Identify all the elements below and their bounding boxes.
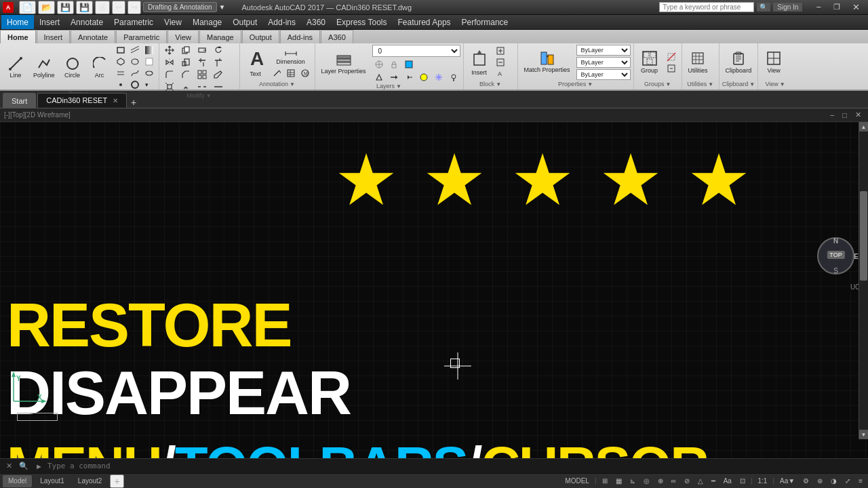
cmd-close-btn[interactable]: ✕ — [4, 461, 14, 471]
scroll-down-btn[interactable]: ▼ — [859, 430, 869, 439]
ribbon-tab-manage[interactable]: Manage — [199, 30, 241, 43]
compass[interactable]: N E S TOP — [817, 237, 858, 278]
group-edit-btn[interactable] — [664, 63, 679, 74]
menu-manage[interactable]: Manage — [187, 15, 227, 29]
draw-region-btn[interactable] — [128, 56, 142, 67]
viewport-minimize[interactable]: − — [827, 110, 837, 120]
tab-cadin360[interactable]: CADin360 RESET ✕ — [37, 93, 127, 108]
tp-btn[interactable]: Aa — [721, 476, 734, 485]
scroll-track[interactable] — [859, 131, 868, 430]
modify-break-btn[interactable] — [195, 81, 210, 92]
qat-save-as[interactable]: 💾 — [76, 1, 93, 14]
modify-array-btn[interactable] — [195, 69, 210, 80]
insert-btn[interactable]: Insert — [467, 45, 492, 80]
qat-save[interactable]: 💾 — [57, 1, 74, 14]
menu-insert[interactable]: Insert — [34, 15, 65, 29]
cmd-arrow-btn[interactable]: ► — [33, 462, 45, 471]
draw-wipeout-btn[interactable] — [142, 56, 156, 67]
menu-express[interactable]: Express Tools — [331, 15, 392, 29]
annotation-dimension-btn[interactable]: Dimension — [270, 47, 312, 67]
menu-performance[interactable]: Performance — [456, 15, 514, 29]
lw-btn[interactable]: ━ — [709, 476, 718, 485]
scale-btn[interactable]: 1:1 — [755, 476, 770, 485]
draw-arc-btn[interactable]: Arc — [87, 50, 113, 85]
draw-spline-btn[interactable] — [128, 68, 142, 79]
ribbon-tab-annotate[interactable]: Annotate — [71, 30, 115, 43]
qat-undo[interactable]: ↩ — [112, 1, 125, 14]
ducs-btn[interactable]: ⊘ — [682, 476, 692, 485]
layer-lock-btn[interactable] — [387, 59, 401, 70]
group-btn[interactable]: Group — [637, 45, 663, 80]
snap-btn[interactable]: ⊞ — [599, 476, 610, 485]
modify-explode-btn[interactable] — [162, 81, 177, 92]
add-tab-btn[interactable]: + — [128, 97, 139, 108]
status-tab-model[interactable]: Model — [3, 475, 32, 487]
menu-output[interactable]: Output — [227, 15, 262, 29]
layer-off-btn[interactable] — [447, 72, 460, 83]
workspace-switcher[interactable]: ⚙ — [800, 476, 812, 485]
viewport-label[interactable]: [-][Top][2D Wireframe] — [4, 111, 71, 119]
title-close[interactable]: ✕ — [847, 1, 865, 13]
layer-properties-btn[interactable]: Layer Properties — [318, 46, 370, 81]
menu-view[interactable]: View — [159, 15, 187, 29]
grid-btn[interactable]: ▦ — [613, 476, 625, 485]
layers-label[interactable]: Layers ▼ — [318, 83, 460, 89]
color-dropdown[interactable]: ByLayer — [576, 45, 631, 56]
draw-point-btn[interactable] — [114, 79, 127, 90]
ribbon-tab-home[interactable]: Home — [0, 30, 36, 43]
dyn-btn[interactable]: △ — [695, 476, 706, 485]
annotation-text-btn[interactable]: A Text — [243, 45, 269, 80]
properties-label[interactable]: Properties ▼ — [521, 80, 631, 88]
linetype-dropdown[interactable]: ByLayer — [576, 57, 631, 68]
polar-btn[interactable]: ◎ — [641, 476, 652, 485]
tab-start[interactable]: Start — [3, 93, 36, 108]
create-block-btn[interactable] — [494, 45, 507, 56]
isolate-btn[interactable]: ◑ — [828, 476, 840, 485]
annotation-label[interactable]: Annotation ▼ — [243, 80, 312, 88]
modify-join-btn[interactable] — [211, 81, 226, 92]
draw-gradient-btn[interactable] — [142, 45, 156, 56]
sel-cycle-btn[interactable]: ⊡ — [737, 476, 748, 485]
fullscreen-btn[interactable]: ⤢ — [842, 476, 853, 485]
lineweight-dropdown[interactable]: ByLayer — [576, 69, 631, 80]
ribbon-tab-view[interactable]: View — [167, 30, 199, 43]
ann-leader-btn[interactable] — [270, 68, 283, 79]
qat-redo[interactable]: ↪ — [127, 1, 141, 14]
ribbon-tab-parametric[interactable]: Parametric — [116, 30, 167, 43]
draw-boundary-btn[interactable] — [114, 56, 127, 67]
status-tab-layout1[interactable]: Layout1 — [35, 475, 70, 487]
match-properties-btn[interactable]: Match Properties — [521, 45, 574, 80]
modify-erase-btn[interactable] — [211, 69, 226, 80]
modify-offset-btn[interactable] — [178, 81, 193, 92]
block-label[interactable]: Block ▼ — [467, 80, 515, 88]
menu-addins[interactable]: Add-ins — [262, 15, 301, 29]
modify-mirror-btn[interactable] — [162, 57, 177, 68]
ribbon-tab-insert[interactable]: Insert — [37, 30, 71, 43]
draw-hatch-btn[interactable] — [128, 45, 142, 56]
scroll-up-btn[interactable]: ▲ — [859, 122, 869, 131]
otrack-btn[interactable]: ∞ — [669, 476, 679, 485]
modify-extend-btn[interactable] — [211, 57, 226, 68]
modify-copy-btn[interactable] — [178, 45, 193, 56]
draw-more-btn[interactable]: ▾ — [142, 79, 156, 90]
title-minimize[interactable]: − — [810, 1, 827, 13]
compass-top-btn[interactable]: TOP — [827, 251, 844, 259]
ribbon-tab-a360[interactable]: A360 — [321, 30, 353, 43]
workspace-selector[interactable]: Drafting & Annotation — [143, 2, 217, 12]
layer-unisolate-btn[interactable] — [417, 72, 431, 83]
layer-freeze2-btn[interactable] — [432, 72, 446, 83]
layer-color-btn[interactable] — [402, 59, 416, 70]
ann-table-btn[interactable] — [284, 68, 298, 79]
ribbon-tab-output[interactable]: Output — [242, 30, 279, 43]
qat-new[interactable]: 📄 — [19, 1, 36, 14]
draw-rect-btn[interactable] — [114, 45, 127, 56]
modify-trim-btn[interactable] — [195, 57, 210, 68]
modify-scale-btn[interactable] — [178, 57, 193, 68]
draw-mline-btn[interactable] — [114, 68, 127, 79]
title-restore[interactable]: ❐ — [828, 2, 846, 12]
hardware-accel-btn[interactable]: ⊛ — [814, 476, 825, 485]
model-space-btn[interactable]: MODEL — [562, 476, 592, 485]
menu-featured[interactable]: Featured Apps — [393, 15, 456, 29]
view-btn[interactable]: View — [761, 45, 787, 80]
layer-freeze-btn[interactable] — [372, 59, 386, 70]
